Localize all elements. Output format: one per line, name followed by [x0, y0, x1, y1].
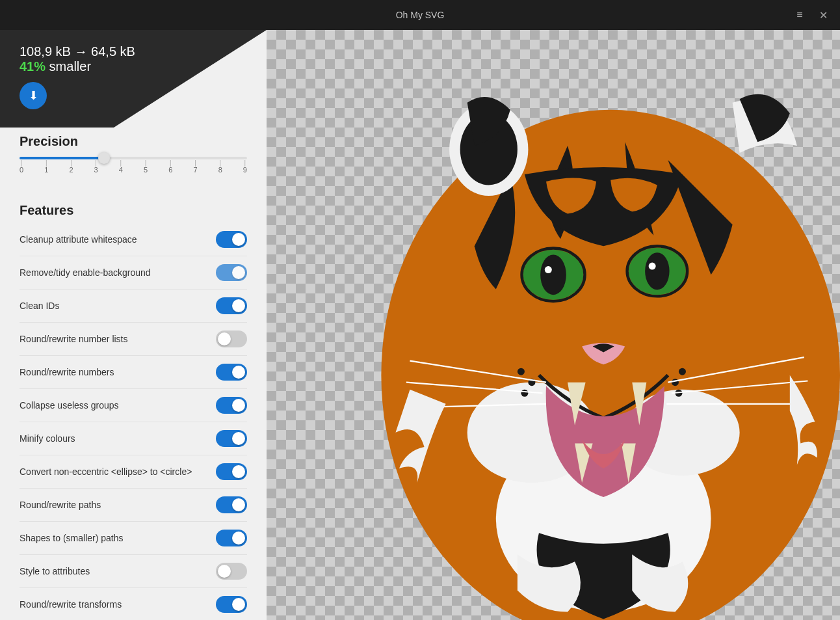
toggle-knob-1 [232, 266, 245, 279]
features-title: Features [20, 203, 247, 218]
toggle-switch-0[interactable] [216, 231, 247, 248]
toggle-switch-2[interactable] [216, 297, 247, 314]
percent-value: 41% [20, 59, 46, 74]
precision-title: Precision [20, 134, 247, 149]
toggle-knob-2 [232, 299, 245, 312]
features-section: Features Cleanup attribute whitespaceRem… [0, 190, 267, 620]
toggle-item-7: Convert non-eccentric <ellipse> to <circ… [20, 455, 247, 489]
slider-thumb [98, 152, 110, 164]
header-content: 108,9 kB → 64,5 kB 41% smaller ⬇ [0, 30, 267, 128]
toggle-item-2: Clean IDs [20, 290, 247, 323]
toggle-item-6: Minify colours [20, 422, 247, 455]
toggle-list: Cleanup attribute whitespaceRemove/tidy … [20, 223, 247, 620]
toggle-label-1: Remove/tidy enable-background [20, 267, 151, 278]
slider-labels: 0 1 2 3 4 5 6 7 8 9 [20, 166, 247, 174]
size-comparison: 108,9 kB → 64,5 kB [20, 44, 247, 59]
toggle-knob-4 [232, 366, 245, 379]
toggle-switch-4[interactable] [216, 364, 247, 381]
new-size: 64,5 kB [91, 44, 135, 59]
toggle-item-4: Round/rewrite numbers [20, 356, 247, 389]
toggle-item-0: Cleanup attribute whitespace [20, 223, 247, 256]
slider-label-8: 8 [218, 166, 222, 174]
toggle-knob-7 [232, 465, 245, 478]
right-panel [267, 30, 840, 620]
slider-label-3: 3 [94, 166, 98, 174]
slider-label-1: 1 [44, 166, 48, 174]
toggle-switch-7[interactable] [216, 463, 247, 480]
toggle-item-8: Round/rewrite paths [20, 489, 247, 522]
toggle-switch-8[interactable] [216, 496, 247, 513]
tiger-preview [267, 30, 840, 620]
slider-track [20, 157, 247, 159]
slider-label-9: 9 [243, 166, 247, 174]
toggle-knob-5 [232, 399, 245, 412]
toggle-item-3: Round/rewrite number lists [20, 323, 247, 356]
toggle-knob-6 [232, 432, 245, 445]
toggle-switch-11[interactable] [216, 596, 247, 613]
slider-label-7: 7 [193, 166, 197, 174]
toggle-label-3: Round/rewrite number lists [20, 334, 128, 344]
left-panel: 108,9 kB → 64,5 kB 41% smaller ⬇ Precisi… [0, 30, 267, 620]
svg-point-17 [521, 390, 528, 397]
toggle-label-7: Convert non-eccentric <ellipse> to <circ… [20, 466, 192, 477]
svg-point-9 [540, 254, 566, 295]
toggle-switch-5[interactable] [216, 397, 247, 414]
slider-label-2: 2 [69, 166, 73, 174]
svg-point-19 [679, 368, 686, 375]
toggle-label-10: Style to attributes [20, 566, 90, 576]
original-size: 108,9 kB [20, 44, 71, 59]
toggle-label-6: Minify colours [20, 433, 75, 444]
toggle-switch-9[interactable] [216, 530, 247, 546]
smaller-label: smaller [49, 59, 91, 74]
header-area: 108,9 kB → 64,5 kB 41% smaller ⬇ [0, 30, 267, 128]
toggle-label-2: Clean IDs [20, 301, 59, 311]
slider-label-0: 0 [20, 166, 23, 174]
toggle-item-9: Shapes to (smaller) paths [20, 522, 247, 555]
titlebar: Oh My SVG ≡ ✕ [0, 0, 840, 30]
toggle-item-10: Style to attributes [20, 555, 247, 588]
toggle-switch-3[interactable] [216, 330, 247, 347]
toggle-knob-3 [218, 332, 231, 345]
toggle-switch-6[interactable] [216, 430, 247, 447]
toggle-label-8: Round/rewrite paths [20, 500, 101, 510]
svg-point-10 [645, 252, 669, 290]
app-title: Oh My SVG [396, 10, 445, 20]
savings-text: 41% smaller [20, 59, 247, 74]
main-content: 108,9 kB → 64,5 kB 41% smaller ⬇ Precisi… [0, 30, 840, 620]
toggle-label-11: Round/rewrite transforms [20, 599, 122, 610]
svg-point-16 [518, 368, 525, 375]
slider-fill [20, 157, 104, 159]
close-button[interactable]: ✕ [814, 6, 832, 24]
toggle-label-9: Shapes to (smaller) paths [20, 533, 124, 543]
toggle-knob-10 [218, 565, 231, 578]
toggle-item-1: Remove/tidy enable-background [20, 256, 247, 290]
toggle-knob-9 [232, 532, 245, 545]
toggle-label-4: Round/rewrite numbers [20, 367, 114, 377]
toggle-knob-8 [232, 498, 245, 511]
slider-label-5: 5 [144, 166, 148, 174]
toggle-knob-0 [232, 233, 245, 246]
toggle-knob-11 [232, 598, 245, 611]
download-icon: ⬇ [29, 88, 38, 103]
arrow: → [75, 44, 88, 59]
slider-label-4: 4 [119, 166, 123, 174]
svg-point-11 [545, 266, 552, 273]
toggle-switch-10[interactable] [216, 563, 247, 580]
slider-label-6: 6 [168, 166, 172, 174]
toggle-label-0: Cleanup attribute whitespace [20, 234, 137, 245]
toggle-item-11: Round/rewrite transforms [20, 588, 247, 620]
toggle-label-5: Collapse useless groups [20, 400, 119, 411]
svg-point-12 [649, 263, 656, 270]
slider-container: 0 1 2 3 4 5 6 7 8 9 [20, 157, 247, 187]
window-controls: ≡ ✕ [791, 6, 832, 24]
menu-button[interactable]: ≡ [791, 6, 809, 24]
toggle-switch-1[interactable] [216, 264, 247, 281]
toggle-item-5: Collapse useless groups [20, 389, 247, 422]
download-button[interactable]: ⬇ [20, 82, 47, 109]
precision-section: Precision 0 1 2 3 4 5 6 7 8 9 [0, 128, 267, 190]
